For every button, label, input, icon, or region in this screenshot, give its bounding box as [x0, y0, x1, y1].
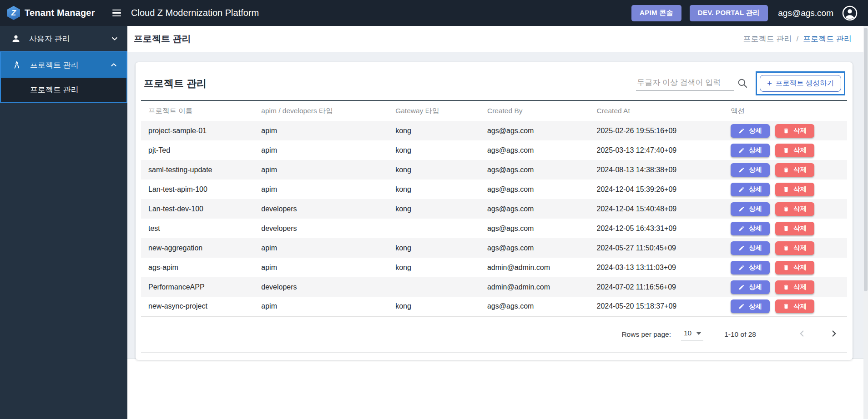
- trash-icon: [783, 225, 789, 232]
- detail-button-label: 상세: [749, 224, 762, 233]
- cell-actions: 상세삭제: [723, 219, 847, 238]
- delete-button[interactable]: 삭제: [775, 202, 814, 216]
- pencil-icon: [738, 147, 745, 154]
- cell-created_at: 2024-12-04 15:40:48+09: [589, 199, 723, 219]
- cell-type: apim: [254, 258, 388, 277]
- detail-button[interactable]: 상세: [731, 241, 770, 255]
- sidebar-subitem-project-management[interactable]: 프로젝트 관리: [1, 78, 126, 102]
- cell-gateway: kong: [388, 297, 480, 316]
- detail-button-label: 상세: [749, 146, 762, 155]
- delete-button[interactable]: 삭제: [775, 222, 814, 235]
- cell-created_by: admin@admin.com: [480, 258, 590, 277]
- detail-button[interactable]: 상세: [731, 299, 770, 313]
- table-body: project-sample-01apimkongags@ags.com2025…: [141, 121, 847, 316]
- chevron-up-icon: [110, 61, 117, 69]
- cell-actions: 상세삭제: [723, 140, 847, 160]
- column-header-actions: 액션: [723, 100, 847, 121]
- sidebar-item-user-management[interactable]: 사용자 관리: [0, 26, 127, 51]
- delete-button[interactable]: 삭제: [775, 163, 814, 177]
- table-row: ags-apimapimkongadmin@admin.com2024-03-1…: [141, 258, 847, 277]
- topbar: Z Tenant Manager Cloud Z Modernization P…: [0, 0, 868, 26]
- chevron-right-icon: [829, 329, 839, 339]
- column-header-name: 프로젝트 이름: [141, 100, 254, 121]
- delete-button[interactable]: 삭제: [775, 299, 814, 313]
- project-table: 프로젝트 이름 apim / developers 타입 Gateway 타입 …: [141, 100, 847, 317]
- brand-title: Tenant Manager: [25, 8, 106, 18]
- cell-created_at: 2024-03-13 13:11:03+09: [589, 258, 723, 277]
- delete-button[interactable]: 삭제: [775, 144, 814, 157]
- dev-portal-button[interactable]: DEV. PORTAL 관리: [690, 5, 768, 21]
- delete-button-label: 삭제: [793, 244, 807, 252]
- breadcrumb-current[interactable]: 프로젝트 관리: [803, 34, 852, 44]
- cell-type: developers: [254, 219, 388, 238]
- cell-created_by: ags@ags.com: [480, 238, 590, 258]
- cell-name: PerformanceAPP: [141, 277, 254, 297]
- delete-button-label: 삭제: [793, 205, 807, 213]
- next-page-button[interactable]: [827, 327, 841, 342]
- detail-button[interactable]: 상세: [731, 183, 770, 196]
- chevron-down-icon: [111, 35, 118, 42]
- cell-name: Lan-test-dev-100: [141, 199, 254, 219]
- search-box: [636, 76, 748, 91]
- delete-button[interactable]: 삭제: [775, 280, 814, 294]
- detail-button[interactable]: 상세: [731, 280, 770, 294]
- detail-button-label: 상세: [749, 126, 762, 135]
- cell-name: project-sample-01: [141, 121, 254, 140]
- cell-actions: 상세삭제: [723, 258, 847, 277]
- sidebar-item-project-management[interactable]: 프로젝트 관리: [1, 52, 126, 78]
- cell-created_at: 2025-02-26 19:55:16+09: [589, 121, 723, 140]
- detail-button-label: 상세: [749, 263, 762, 272]
- cell-gateway: kong: [388, 140, 480, 160]
- trash-icon: [783, 245, 789, 251]
- column-header-created-at: Created At: [589, 100, 723, 121]
- delete-button[interactable]: 삭제: [775, 183, 814, 196]
- cell-created_by: ags@ags.com: [480, 297, 590, 316]
- cell-actions: 상세삭제: [723, 160, 847, 180]
- page-title: 프로젝트 관리: [134, 33, 191, 45]
- table-header-row: 프로젝트 이름 apim / developers 타입 Gateway 타입 …: [141, 100, 847, 121]
- page-scrollbar-thumb[interactable]: [864, 28, 868, 291]
- detail-button-label: 상세: [749, 205, 762, 213]
- search-input[interactable]: [636, 76, 734, 91]
- detail-button[interactable]: 상세: [731, 222, 770, 235]
- pencil-icon: [738, 245, 745, 251]
- create-project-button[interactable]: + 프로젝트 생성하기: [760, 75, 841, 92]
- table-row: PerformanceAPPdevelopersadmin@admin.com2…: [141, 277, 847, 297]
- cell-created_at: 2024-07-02 11:16:56+09: [589, 277, 723, 297]
- delete-button-label: 삭제: [793, 165, 807, 174]
- cell-name: ags-apim: [141, 258, 254, 277]
- delete-button[interactable]: 삭제: [775, 261, 814, 274]
- breadcrumb: 프로젝트 관리 / 프로젝트 관리: [743, 34, 852, 44]
- cell-gateway: [388, 277, 480, 297]
- previous-page-button[interactable]: [795, 327, 809, 342]
- detail-button[interactable]: 상세: [731, 202, 770, 216]
- hamburger-menu-icon[interactable]: [111, 8, 123, 19]
- cell-type: apim: [254, 140, 388, 160]
- pagination-bar: Rows per page: 10 1-10 of 28: [136, 317, 853, 352]
- detail-button[interactable]: 상세: [731, 144, 770, 157]
- account-avatar-icon[interactable]: [842, 5, 858, 21]
- cell-created_by: ags@ags.com: [480, 121, 590, 140]
- delete-button-label: 삭제: [793, 224, 807, 233]
- delete-button[interactable]: 삭제: [775, 124, 814, 138]
- dropdown-caret-icon: [696, 332, 701, 335]
- column-header-created-by: Created By: [480, 100, 590, 121]
- trash-icon: [783, 128, 789, 134]
- detail-button[interactable]: 상세: [731, 124, 770, 138]
- cell-gateway: kong: [388, 180, 480, 199]
- cell-actions: 상세삭제: [723, 199, 847, 219]
- sidebar-item-label: 사용자 관리: [29, 34, 103, 44]
- cell-actions: 상세삭제: [723, 238, 847, 258]
- table-row: new-aggregationapimkongags@ags.com2024-0…: [141, 238, 847, 258]
- detail-button[interactable]: 상세: [731, 163, 770, 177]
- search-icon[interactable]: [737, 77, 748, 89]
- create-project-label: 프로젝트 생성하기: [776, 79, 834, 88]
- cell-created_by: ags@ags.com: [480, 180, 590, 199]
- cell-actions: 상세삭제: [723, 277, 847, 297]
- cell-gateway: kong: [388, 121, 480, 140]
- table-row: saml-testing-updateapimkongags@ags.com20…: [141, 160, 847, 180]
- delete-button[interactable]: 삭제: [775, 241, 814, 255]
- apim-console-button[interactable]: APIM 콘솔: [631, 5, 681, 21]
- detail-button[interactable]: 상세: [731, 261, 770, 274]
- rows-per-page-select[interactable]: 10: [681, 328, 703, 340]
